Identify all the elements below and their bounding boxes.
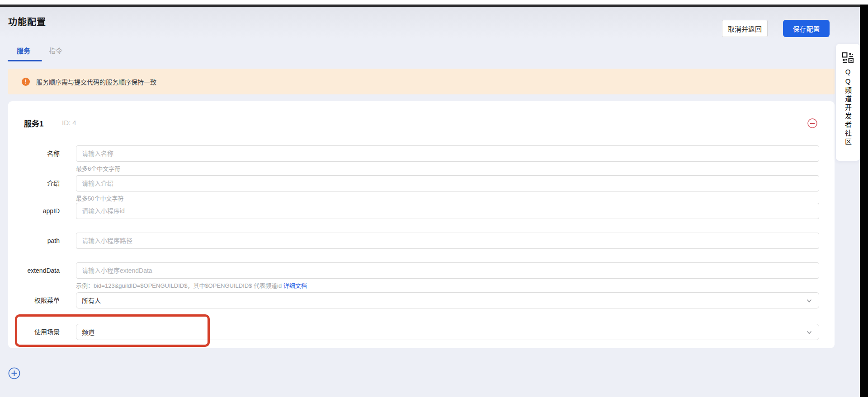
page: 功能配置 取消并返回 保存配置 服务 指令 ! 服务顺序需与提交代码的服务顺序保…	[0, 0, 868, 397]
form-row-appid: appID	[8, 203, 835, 219]
intro-hint: 最多50个中文字符	[76, 194, 123, 202]
form-row-name: 名称	[8, 145, 835, 162]
tab-service[interactable]: 服务	[17, 46, 30, 55]
minus-circle-icon	[807, 118, 817, 128]
service-card: 服务1 ID: 4 名称 最多6个中文字符 介绍 最多50个中文字符 appID…	[8, 101, 835, 348]
name-hint: 最多6个中文字符	[76, 164, 120, 173]
chevron-down-icon	[806, 298, 812, 304]
field-label: 权限菜单	[8, 292, 60, 308]
remove-service-button[interactable]	[807, 118, 817, 128]
save-config-button[interactable]: 保存配置	[783, 20, 830, 37]
community-side-panel[interactable]: QQ频道开发者社区	[836, 44, 860, 161]
permission-select[interactable]: 所有人	[76, 292, 819, 308]
form-row-extenddata: extendData	[8, 262, 835, 279]
warning-text: 服务顺序需与提交代码的服务顺序保持一致	[36, 77, 156, 86]
form-row-path: path	[8, 233, 835, 249]
field-label: 名称	[8, 145, 60, 162]
right-edge-strip	[860, 5, 868, 397]
plus-circle-icon	[8, 367, 20, 379]
field-label: path	[8, 233, 60, 249]
warning-icon: !	[22, 78, 30, 86]
service-card-title: 服务1	[24, 117, 43, 129]
warning-banner: ! 服务顺序需与提交代码的服务顺序保持一致	[8, 69, 835, 94]
field-label: 使用场景	[8, 324, 60, 340]
active-tab-underline	[8, 60, 42, 61]
field-label: appID	[8, 203, 60, 219]
field-label: 介绍	[8, 175, 60, 191]
form-row-intro: 介绍	[8, 175, 835, 191]
form-row-permission: 权限菜单 所有人	[8, 292, 835, 308]
cancel-return-button[interactable]: 取消并返回	[722, 20, 768, 37]
path-input[interactable]	[76, 233, 819, 249]
chevron-down-icon	[806, 329, 812, 336]
form-row-scene: 使用场景 频道	[8, 324, 835, 340]
service-id: ID: 4	[62, 119, 76, 126]
page-title: 功能配置	[8, 15, 46, 28]
community-panel-label: QQ频道开发者社区	[844, 68, 851, 147]
qr-code-icon	[842, 52, 854, 64]
extenddata-hint-text: 示例：bid=123&guildID=$OPENGUILDID$，其中$OPEN…	[76, 282, 282, 289]
intro-input[interactable]	[76, 175, 819, 191]
extenddata-hint: 示例：bid=123&guildID=$OPENGUILDID$，其中$OPEN…	[76, 281, 307, 290]
scene-select-value: 频道	[82, 327, 94, 336]
appid-input[interactable]	[76, 203, 819, 219]
top-strip	[0, 0, 868, 5]
field-label: extendData	[8, 262, 60, 279]
tab-command[interactable]: 指令	[49, 46, 62, 55]
scene-select[interactable]: 频道	[76, 324, 819, 340]
extenddata-input[interactable]	[76, 262, 819, 279]
permission-select-value: 所有人	[82, 296, 101, 305]
name-input[interactable]	[76, 145, 819, 162]
doc-link[interactable]: 详细文档	[283, 282, 307, 289]
add-service-button[interactable]	[8, 367, 20, 379]
